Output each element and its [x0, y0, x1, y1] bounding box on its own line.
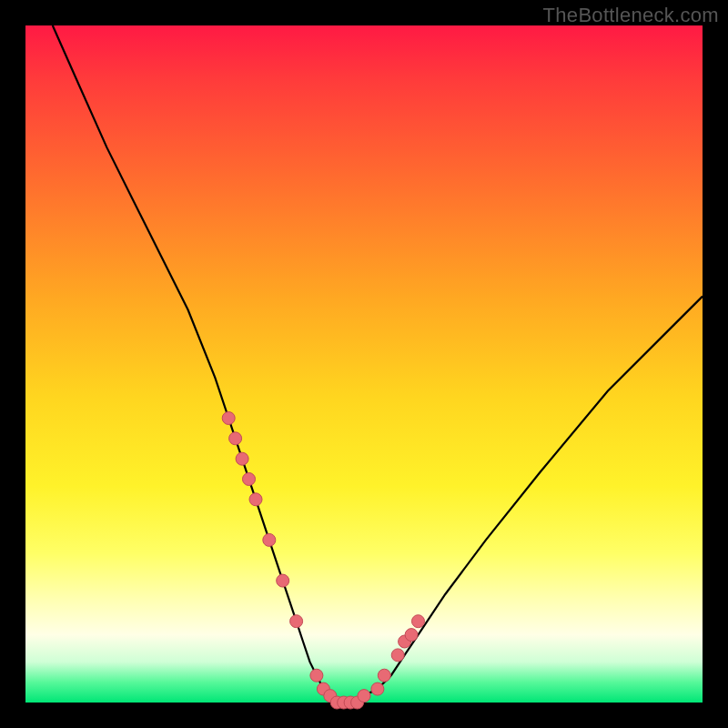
chart-stage: TheBottleneck.com	[0, 0, 728, 728]
marker-dot	[229, 432, 242, 445]
marker-dot	[236, 452, 248, 465]
marker-dot	[243, 473, 256, 486]
marker-dot	[371, 682, 384, 695]
marker-dot	[378, 669, 390, 682]
marker-dot	[249, 493, 262, 506]
marker-dot	[412, 615, 425, 628]
marker-dot	[290, 615, 303, 628]
marker-dot	[222, 412, 235, 425]
marker-dot	[358, 690, 370, 703]
highlight-markers	[222, 412, 424, 710]
marker-dot	[405, 629, 418, 642]
marker-dot	[391, 649, 404, 662]
bottleneck-curve	[53, 25, 703, 703]
chart-overlay	[0, 0, 728, 728]
marker-dot	[277, 574, 289, 587]
marker-dot	[310, 669, 323, 682]
marker-dot	[263, 533, 276, 546]
